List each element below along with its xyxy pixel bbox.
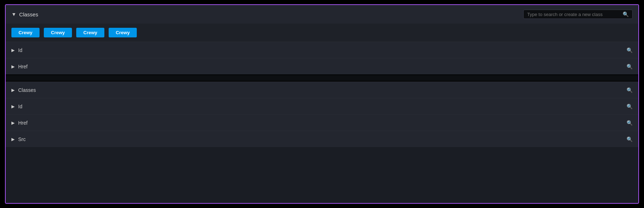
expand-icon: ▶ xyxy=(11,88,15,93)
row-search-icon[interactable]: 🔍 xyxy=(627,136,633,142)
tags-row: Crewy Crewy Crewy Crewy xyxy=(6,24,638,42)
tag-badge-2[interactable]: Crewy xyxy=(44,28,72,37)
top-panel: ▼ Classes 🔍 Crewy Crewy Crewy Crewy ▶ Id… xyxy=(6,5,638,75)
collapse-icon[interactable]: ▼ xyxy=(11,11,16,17)
row-label: Classes xyxy=(18,87,36,93)
expand-icon: ▶ xyxy=(11,120,15,125)
row-search-icon[interactable]: 🔍 xyxy=(627,104,633,109)
row-left: ▶ Id xyxy=(11,104,22,109)
bottom-row-classes[interactable]: ▶ Classes 🔍 xyxy=(6,82,638,98)
row-left: ▶ Href xyxy=(11,64,27,69)
bottom-row-src[interactable]: ▶ Src 🔍 xyxy=(6,131,638,147)
tag-badge-4[interactable]: Crewy xyxy=(109,28,137,37)
tag-badge-3[interactable]: Crewy xyxy=(76,28,104,37)
main-panel: ▼ Classes 🔍 Crewy Crewy Crewy Crewy ▶ Id… xyxy=(5,4,639,204)
search-icon: 🔍 xyxy=(623,11,629,17)
row-left: ▶ Classes xyxy=(11,87,36,93)
top-row-id[interactable]: ▶ Id 🔍 xyxy=(6,42,638,58)
row-label: Src xyxy=(18,136,26,142)
tag-badge-1[interactable]: Crewy xyxy=(11,28,40,37)
header-left: ▼ Classes xyxy=(11,11,38,17)
bottom-row-href[interactable]: ▶ Href 🔍 xyxy=(6,114,638,131)
row-search-icon[interactable]: 🔍 xyxy=(627,120,633,126)
bottom-row-id[interactable]: ▶ Id 🔍 xyxy=(6,98,638,114)
expand-icon: ▶ xyxy=(11,137,15,142)
expand-icon: ▶ xyxy=(11,104,15,109)
row-label: Id xyxy=(18,47,22,53)
row-left: ▶ Href xyxy=(11,120,27,126)
top-panel-header: ▼ Classes 🔍 xyxy=(6,5,638,24)
panel-divider xyxy=(6,75,638,81)
row-search-icon[interactable]: 🔍 xyxy=(627,87,633,93)
row-label: Href xyxy=(18,120,27,126)
row-left: ▶ Src xyxy=(11,136,26,142)
row-left: ▶ Id xyxy=(11,47,22,53)
panel-title: Classes xyxy=(19,11,38,17)
row-label: Href xyxy=(18,64,27,69)
expand-icon: ▶ xyxy=(11,48,15,53)
class-search-box[interactable]: 🔍 xyxy=(523,10,633,19)
class-search-input[interactable] xyxy=(527,12,620,17)
row-search-icon[interactable]: 🔍 xyxy=(627,64,633,69)
bottom-panel: ▶ Classes 🔍 ▶ Id 🔍 ▶ Href 🔍 ▶ Src � xyxy=(6,81,638,203)
expand-icon: ▶ xyxy=(11,64,15,69)
top-row-href[interactable]: ▶ Href 🔍 xyxy=(6,58,638,74)
row-label: Id xyxy=(18,104,22,109)
row-search-icon[interactable]: 🔍 xyxy=(627,47,633,53)
